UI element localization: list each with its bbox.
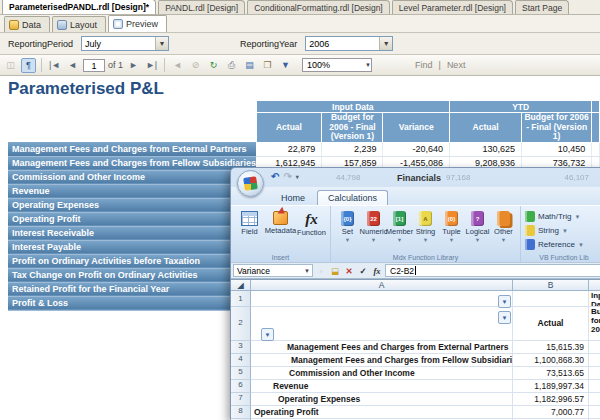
row-label-cell[interactable]: Operating Profit (8, 212, 256, 226)
export-icon[interactable]: ▼ (278, 58, 293, 73)
insert-icon[interactable]: ⬓ (329, 265, 341, 277)
row-number[interactable]: 1 (231, 291, 251, 307)
ribbon-button-logical[interactable]: ?Logical▼ (465, 209, 490, 243)
filter-dropdown-icon[interactable]: ▼ (498, 295, 511, 308)
select-all-corner[interactable]: ◢ (231, 280, 251, 291)
ribbon-menu-reference[interactable]: Reference▼ (525, 238, 600, 251)
document-tab[interactable]: Start Page (515, 0, 569, 14)
row-label-cell[interactable]: Profit & Loss (8, 296, 256, 310)
back-icon[interactable]: ◄ (170, 58, 185, 73)
ribbon-menu-string[interactable]: String▼ (525, 224, 600, 237)
view-tab-layout[interactable]: Layout (52, 16, 106, 32)
empty-cell[interactable] (589, 341, 600, 354)
ribbon-button-set[interactable]: {0}Set▼ (335, 209, 360, 243)
name-box[interactable]: Variance ▼ (233, 264, 313, 277)
ribbon-button-function[interactable]: fx Function (297, 209, 326, 237)
row-label-cell[interactable]: Revenue (8, 184, 256, 198)
next-link[interactable]: Next (447, 60, 466, 70)
previous-page-icon[interactable]: ◄ (65, 58, 80, 73)
print-icon[interactable]: ⎙ (224, 58, 239, 73)
current-page-input[interactable]: 1 (83, 59, 105, 72)
row-label-cell[interactable]: Operating Expenses (8, 198, 256, 212)
zoom-select[interactable]: 100% ▼ (302, 58, 372, 72)
value-cell[interactable]: 15,615.39 (513, 341, 589, 354)
row-number[interactable]: 5 (231, 367, 251, 380)
qat-dropdown-icon[interactable]: ▾ (296, 173, 299, 180)
column-header-b[interactable]: B (513, 280, 589, 291)
insert-function-icon[interactable]: fx (371, 265, 383, 277)
empty-cell[interactable] (589, 380, 600, 393)
ribbon-button-other[interactable]: Other▼ (491, 209, 516, 243)
accept-formula-icon[interactable]: ✓ (357, 265, 369, 277)
filter-dropdown-icon[interactable]: ▼ (498, 311, 511, 324)
row-number[interactable]: 3 (231, 341, 251, 354)
row-label-cell[interactable]: Operating Profit (251, 406, 513, 419)
show-parameters-icon[interactable]: ¶ (21, 58, 36, 73)
view-tab-data[interactable]: Data (4, 16, 50, 32)
ribbon-button-string[interactable]: AString▼ (413, 209, 438, 243)
next-page-icon[interactable]: ► (126, 58, 141, 73)
cell-a1[interactable] (251, 291, 513, 307)
row-label-cell[interactable]: Interest Receivable (8, 226, 256, 240)
ribbon-button-metadata[interactable]: Metadata (266, 209, 295, 237)
value-cell[interactable]: -20,640 (383, 142, 450, 156)
ribbon-button-numeric[interactable]: 22Numeric▼ (361, 209, 386, 243)
row-number[interactable]: 2 (231, 307, 251, 341)
cell-a2[interactable] (251, 307, 513, 341)
column-header-a[interactable]: A (251, 280, 513, 291)
row-label-cell[interactable]: Management Fees and Charges from Externa… (8, 142, 256, 156)
ribbon-button-field[interactable]: Field (235, 209, 264, 237)
row-number[interactable]: 6 (231, 380, 251, 393)
find-link[interactable]: Find (415, 60, 433, 70)
value-cell[interactable]: 1,189,997.34 (513, 380, 589, 393)
value-cell[interactable]: 1,100,868.30 (513, 354, 589, 367)
ribbon-tab-calculations[interactable]: Calculations (317, 190, 388, 205)
document-tab[interactable]: Level Parameter.rdl [Design] (392, 0, 513, 14)
cell-b1[interactable] (513, 291, 589, 307)
row-label-cell[interactable]: Commission and Other Income (251, 367, 513, 380)
formula-options-icon[interactable]: ◦ (315, 265, 327, 277)
value-cell[interactable]: 73,513.65 (513, 367, 589, 380)
value-cell[interactable]: 130,625 (450, 142, 522, 156)
redo-icon[interactable]: ↷ (283, 171, 291, 182)
row-label-cell[interactable]: Operating Expenses (251, 393, 513, 406)
document-map-icon[interactable]: ◫ (3, 58, 18, 73)
column-header-c[interactable] (589, 280, 600, 291)
cell-c1[interactable]: Input Data (589, 291, 600, 307)
row-label-cell[interactable]: Profit on Ordinary Activities before Tax… (8, 254, 256, 268)
row-label-cell[interactable]: Retained Profit for the Financial Year (8, 282, 256, 296)
filter-dropdown-icon[interactable]: ▼ (261, 328, 274, 341)
stop-icon[interactable]: ⊘ (188, 58, 203, 73)
cell-b2[interactable]: Actual (513, 307, 589, 341)
row-label-cell[interactable]: Revenue (251, 380, 513, 393)
document-tab[interactable]: ParameterisedPANDL.rdl [Design]* (2, 0, 156, 14)
row-number[interactable]: 8 (231, 406, 251, 419)
value-cell[interactable]: 2,239 (322, 142, 383, 156)
last-page-icon[interactable]: ►| (144, 58, 159, 73)
row-number[interactable]: 4 (231, 354, 251, 367)
row-label-cell[interactable]: Commission and Other Income (8, 170, 256, 184)
row-number[interactable]: 7 (231, 393, 251, 406)
cancel-formula-icon[interactable]: ✕ (343, 265, 355, 277)
refresh-icon[interactable]: ↻ (206, 58, 221, 73)
application-orb-button[interactable] (237, 170, 264, 197)
row-label-cell[interactable]: Management Fees and Charges from Fellow … (8, 156, 256, 170)
empty-cell[interactable] (589, 393, 600, 406)
value-cell[interactable]: 1,182,996.57 (513, 393, 589, 406)
first-page-icon[interactable]: |◄ (47, 58, 62, 73)
ribbon-button-tuple[interactable]: (0)Tuple▼ (439, 209, 464, 243)
row-label-cell[interactable]: Tax Change on Profit on Ordinary Activit… (8, 268, 256, 282)
value-cell[interactable]: 10,450 (522, 142, 592, 156)
ribbon-tab-home[interactable]: Home (271, 191, 315, 205)
view-tab-preview[interactable]: Preview (108, 15, 167, 32)
row-label-cell[interactable]: Management Fees and Charges from Fellow … (251, 354, 513, 367)
value-cell[interactable]: 7,000.77 (513, 406, 589, 419)
empty-cell[interactable] (589, 367, 600, 380)
document-tab[interactable]: PANDL.rdl [Design] (158, 0, 245, 14)
cell-c2[interactable]: Budget for 2006 - (Version 1) (589, 307, 600, 341)
row-label-cell[interactable]: Management Fees and Charges from Externa… (251, 341, 513, 354)
print-layout-icon[interactable]: ▤ (242, 58, 257, 73)
ribbon-menu-math-trig[interactable]: Math/Trig▼ (525, 210, 600, 223)
page-setup-icon[interactable]: ❐ (260, 58, 275, 73)
parameter-select-reportingperiod[interactable]: July▼ (81, 36, 169, 51)
